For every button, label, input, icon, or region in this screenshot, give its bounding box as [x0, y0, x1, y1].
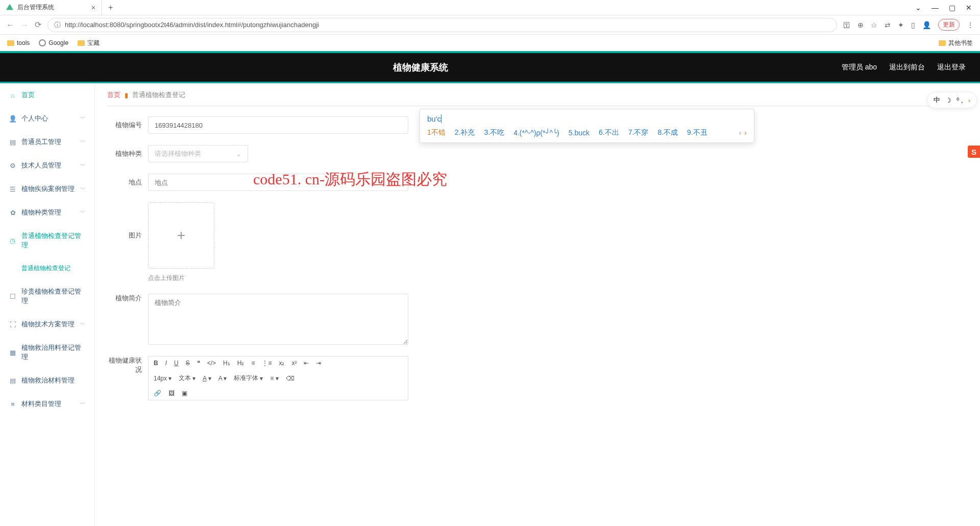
sidebar-item-profile[interactable]: 👤个人中心﹀ — [0, 107, 94, 130]
bookmark-google[interactable]: Google — [39, 39, 68, 46]
sidebar-item-precious[interactable]: ☐珍贵植物检查登记管理 — [0, 280, 94, 313]
info-icon[interactable]: ⓘ — [54, 20, 61, 30]
ime-nav: ‹› — [739, 129, 747, 137]
tech-icon: ⚙ — [9, 162, 16, 169]
menu-icon[interactable]: ⋮ — [967, 21, 974, 29]
breadcrumb-current: 普通植物检查登记 — [132, 90, 185, 100]
chevron-down-icon[interactable]: ⌄ — [915, 4, 921, 12]
italic-icon[interactable]: I — [165, 360, 167, 367]
back-icon[interactable]: ← — [6, 20, 14, 30]
exit-front-button[interactable]: 退出到前台 — [889, 63, 925, 72]
ul-icon[interactable]: ⋮≡ — [262, 360, 272, 367]
video-icon[interactable]: ▣ — [182, 390, 187, 397]
plant-id-input[interactable] — [148, 116, 408, 134]
update-button[interactable]: 更新 — [938, 19, 960, 31]
bookmark-treasure[interactable]: 宝藏 — [78, 39, 100, 47]
ol-icon[interactable]: ≡ — [251, 360, 255, 367]
sup-icon[interactable]: x² — [291, 360, 297, 367]
tab-title: 后台管理系统 — [17, 3, 54, 12]
minimize-icon[interactable]: — — [932, 4, 939, 12]
align-select[interactable]: ≡ ▾ — [270, 375, 278, 382]
font-std-select[interactable]: 标准字体 ▾ — [234, 374, 263, 382]
exit-login-button[interactable]: 退出登录 — [937, 63, 966, 72]
bgcolor-icon[interactable]: A ▾ — [218, 375, 227, 382]
window-controls: ⌄ — ▢ ✕ — [907, 4, 980, 12]
sidebar-item-staff[interactable]: ▤普通员工管理﹀ — [0, 130, 94, 154]
plus-icon: + — [177, 227, 185, 244]
comma-icon[interactable]: ⁰ , — [957, 97, 963, 104]
header-right: 管理员 abo 退出到前台 退出登录 — [842, 63, 980, 72]
code-icon[interactable]: </> — [207, 360, 216, 367]
ime-candidate-7[interactable]: 7.不穿 — [628, 128, 649, 137]
ime-candidate-8[interactable]: 8.不成 — [657, 128, 678, 137]
bookmark-tools[interactable]: tools — [7, 39, 30, 46]
translate-icon[interactable]: ⇄ — [885, 21, 891, 29]
sidebar-item-check-sub[interactable]: 普通植物检查登记 — [0, 257, 94, 280]
sidebar-item-material-reg[interactable]: ▦植物救治用料登记管理 — [0, 336, 94, 369]
vue-icon — [6, 4, 13, 11]
underline-icon[interactable]: U — [174, 360, 179, 367]
ime-candidate-4[interactable]: 4.(*^-^)ρ(*╯^╰) — [513, 129, 559, 137]
sogou-icon[interactable]: S — [968, 146, 980, 158]
ime-input-text: bu'c — [427, 114, 747, 123]
bookmark-other[interactable]: 其他书签 — [939, 39, 973, 47]
image-upload[interactable]: + — [148, 202, 214, 269]
sidebar-item-technique[interactable]: ⛶植物技术方案管理﹀ — [0, 313, 94, 336]
strike-icon[interactable]: S — [186, 360, 190, 367]
plant-type-select[interactable]: 请选择植物种类 ⌄ — [148, 145, 248, 162]
app-title: 植物健康系统 — [0, 61, 842, 74]
intro-textarea[interactable] — [148, 294, 408, 345]
bold-icon[interactable]: B — [154, 360, 158, 367]
close-window-icon[interactable]: ✕ — [966, 4, 972, 12]
h1-icon[interactable]: H₁ — [223, 360, 230, 367]
ime-prev-icon[interactable]: ‹ — [739, 129, 742, 137]
sub-icon[interactable]: x₂ — [279, 360, 284, 367]
maximize-icon[interactable]: ▢ — [949, 4, 955, 12]
outdent-icon[interactable]: ⇤ — [304, 360, 309, 367]
quote-icon[interactable]: ❝ — [197, 360, 200, 367]
ime-candidate-1[interactable]: 1不错 — [427, 128, 446, 137]
key-icon[interactable]: ⚿ — [843, 21, 850, 29]
chevron-down-icon: ﹀ — [80, 209, 85, 216]
ime-candidate-3[interactable]: 3.不吃 — [484, 128, 504, 137]
sidebar-item-home[interactable]: ⌂首页 — [0, 83, 94, 107]
float-tools: 中 ☽ ⁰ , › — [927, 92, 977, 108]
admin-label[interactable]: 管理员 abo — [842, 63, 877, 72]
account-icon[interactable]: 👤 — [922, 21, 931, 29]
link-icon[interactable]: 🔗 — [154, 390, 161, 397]
sidebar-item-category[interactable]: ≡材料类目管理﹀ — [0, 392, 94, 416]
new-tab-button[interactable]: + — [102, 3, 119, 12]
color-icon[interactable]: A ▾ — [203, 375, 211, 382]
sidebar-item-type[interactable]: ✿植物种类管理﹀ — [0, 201, 94, 224]
sidebar-item-material-mgmt[interactable]: ▤植物救治材料管理 — [0, 369, 94, 392]
reload-icon[interactable]: ⟳ — [35, 20, 41, 30]
moon-icon[interactable]: ☽ — [945, 97, 951, 104]
image-icon[interactable]: 🖼 — [168, 390, 175, 397]
breadcrumb-home[interactable]: 首页 — [107, 90, 120, 100]
font-body-select[interactable]: 文本 ▾ — [179, 374, 195, 382]
browser-tab[interactable]: 后台管理系统 × — [0, 0, 102, 15]
reader-icon[interactable]: ▯ — [911, 21, 915, 29]
ime-candidate-6[interactable]: 6.不出 — [599, 128, 619, 137]
extension-icon[interactable]: ✦ — [898, 21, 904, 29]
ime-next-icon[interactable]: › — [744, 129, 747, 137]
h2-icon[interactable]: H₂ — [237, 360, 244, 367]
search-icon[interactable]: ⊕ — [857, 21, 864, 29]
lang-cn-button[interactable]: 中 — [934, 95, 940, 105]
ime-candidate-5[interactable]: 5.buck — [569, 129, 590, 137]
sidebar-item-check[interactable]: ◷普通植物检查登记管理 — [0, 224, 94, 257]
clear-icon[interactable]: ⌫ — [286, 375, 295, 382]
ime-candidate-9[interactable]: 9.不丑 — [687, 128, 707, 137]
ime-candidate-2[interactable]: 2.补充 — [455, 128, 475, 137]
indent-icon[interactable]: ⇥ — [316, 360, 321, 367]
font-size-select[interactable]: 14px ▾ — [154, 375, 172, 382]
star-icon[interactable]: ☆ — [871, 21, 877, 29]
location-input[interactable] — [148, 174, 408, 191]
sidebar-item-tech[interactable]: ⚙技术人员管理﹀ — [0, 154, 94, 177]
arrow-right-icon[interactable]: › — [968, 97, 970, 104]
sidebar-item-disease[interactable]: ☰植物疾病案例管理﹀ — [0, 177, 94, 201]
folder-icon — [78, 40, 85, 46]
browser-tab-bar: 后台管理系统 × + ⌄ — ▢ ✕ — [0, 0, 980, 15]
close-icon[interactable]: × — [91, 4, 95, 12]
url-input[interactable]: ⓘ http://localhost:8080/springbootx2t46/… — [47, 18, 837, 32]
